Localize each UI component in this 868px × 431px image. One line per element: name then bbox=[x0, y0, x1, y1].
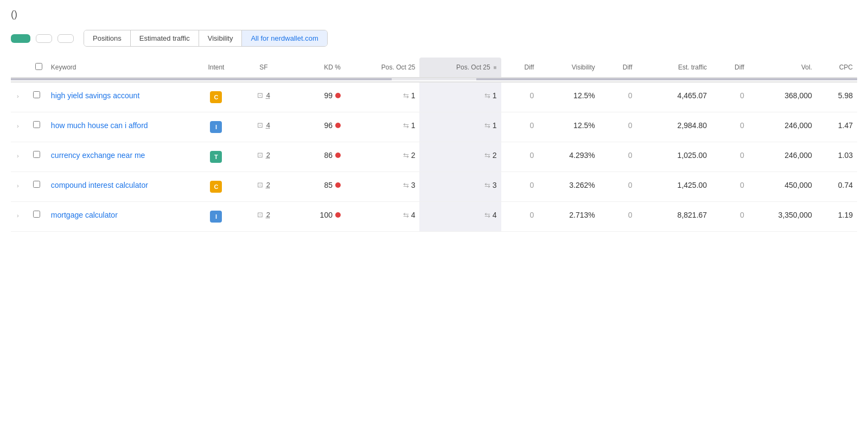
kd-cell: 100 bbox=[291, 202, 345, 232]
kd-cell: 96 bbox=[291, 112, 345, 142]
kd-difficulty-dot bbox=[335, 93, 341, 98]
tab-visibility[interactable]: Visibility bbox=[199, 30, 242, 46]
diff-pos-cell: 0 bbox=[501, 82, 539, 112]
pos1-value: 3 bbox=[411, 181, 416, 189]
visibility-cell: 12.5% bbox=[538, 112, 599, 142]
est-traffic-cell: 8,821.67 bbox=[637, 202, 712, 232]
pos2-cell: ⇆ 2 bbox=[419, 142, 501, 172]
sf-cell: ⊡ 4 bbox=[237, 82, 291, 112]
pos2-value: 2 bbox=[493, 151, 497, 160]
keyword-link[interactable]: compound interest calculator bbox=[51, 181, 148, 189]
sf-camera-icon: ⊡ bbox=[257, 91, 263, 99]
sf-number: 2 bbox=[266, 211, 270, 219]
row-checkbox-cell bbox=[27, 202, 47, 232]
row-expand[interactable]: › bbox=[11, 82, 27, 112]
pos1-cell: ⇆ 1 bbox=[345, 112, 420, 142]
pos1-cell: ⇆ 1 bbox=[345, 82, 420, 112]
sf-cell: ⊡ 2 bbox=[237, 142, 291, 172]
diff-traffic-cell: 0 bbox=[711, 172, 749, 202]
sf-cell: ⊡ 4 bbox=[237, 112, 291, 142]
pos2-value: 3 bbox=[493, 181, 497, 189]
table-header-row: Keyword Intent SF KD % Pos. Oct 25 Pos. … bbox=[11, 58, 857, 78]
keyword-link[interactable]: how much house can i afford bbox=[51, 121, 148, 130]
diff-traffic-cell: 0 bbox=[711, 112, 749, 142]
pos1-link-icon: ⇆ bbox=[403, 92, 409, 100]
row-expand[interactable]: › bbox=[11, 202, 27, 232]
pos1-value: 1 bbox=[411, 121, 416, 130]
intent-badge: I bbox=[210, 211, 222, 223]
row-checkbox-cell bbox=[27, 82, 47, 112]
pos1-cell: ⇆ 3 bbox=[345, 172, 420, 202]
diff-vis-cell: 0 bbox=[599, 202, 637, 232]
pos2-value: 1 bbox=[493, 91, 497, 100]
tab-all[interactable]: All for nerdwallet.com bbox=[242, 30, 327, 46]
keyword-cell: how much house can i afford bbox=[47, 112, 196, 142]
sf-cell: ⊡ 2 bbox=[237, 172, 291, 202]
sort-icon[interactable]: ≡ bbox=[494, 65, 497, 71]
tab-estimated-traffic[interactable]: Estimated traffic bbox=[131, 30, 199, 46]
pos2-cell: ⇆ 1 bbox=[419, 82, 501, 112]
pos1-value: 2 bbox=[411, 151, 416, 160]
intent-badge: C bbox=[210, 91, 222, 103]
sf-camera-icon: ⊡ bbox=[257, 121, 263, 129]
pos2-link-icon: ⇆ bbox=[484, 92, 490, 100]
pos1-cell: ⇆ 4 bbox=[345, 202, 420, 232]
diff-pos-cell: 0 bbox=[501, 172, 539, 202]
intent-cell: C bbox=[196, 82, 237, 112]
vol-cell: 246,000 bbox=[749, 112, 816, 142]
keyword-link[interactable]: mortgage calculator bbox=[51, 211, 118, 219]
pos1-cell: ⇆ 2 bbox=[345, 142, 420, 172]
pos1-link-icon: ⇆ bbox=[403, 211, 409, 219]
keyword-link[interactable]: currency exchange near me bbox=[51, 151, 145, 160]
add-keywords-button[interactable] bbox=[36, 34, 52, 43]
page-title: () bbox=[11, 9, 17, 20]
diff-vis-cell: 0 bbox=[599, 172, 637, 202]
row-checkbox[interactable] bbox=[33, 91, 40, 98]
est-traffic-cell: 1,025.00 bbox=[637, 142, 712, 172]
row-checkbox[interactable] bbox=[33, 211, 40, 218]
intent-badge: I bbox=[210, 121, 222, 133]
pos2-link-icon: ⇆ bbox=[484, 181, 490, 189]
row-expand[interactable]: › bbox=[11, 112, 27, 142]
col-header-visibility: Visibility bbox=[538, 58, 599, 78]
scroll-row bbox=[11, 78, 857, 82]
row-checkbox[interactable] bbox=[33, 181, 40, 188]
col-header-diff-traffic: Diff bbox=[711, 58, 749, 78]
pos1-link-icon: ⇆ bbox=[403, 122, 409, 130]
kd-value: 100 bbox=[320, 211, 333, 219]
expand-header bbox=[11, 58, 27, 78]
cpc-cell: 1.03 bbox=[816, 142, 857, 172]
sf-cell: ⊡ 2 bbox=[237, 202, 291, 232]
intent-cell: C bbox=[196, 172, 237, 202]
tab-positions[interactable]: Positions bbox=[84, 30, 131, 46]
rankings-table: Keyword Intent SF KD % Pos. Oct 25 Pos. … bbox=[11, 58, 857, 232]
col-header-est-traffic: Est. traffic bbox=[637, 58, 712, 78]
buy-keywords-button[interactable] bbox=[11, 34, 30, 43]
row-checkbox-cell bbox=[27, 142, 47, 172]
keyword-link[interactable]: high yield savings account bbox=[51, 91, 139, 100]
kd-cell: 86 bbox=[291, 142, 345, 172]
col-header-diff-pos: Diff bbox=[501, 58, 539, 78]
col-header-sf: SF bbox=[237, 58, 291, 78]
sf-camera-icon: ⊡ bbox=[257, 151, 263, 159]
pos1-value: 4 bbox=[411, 211, 416, 219]
row-expand[interactable]: › bbox=[11, 172, 27, 202]
pos2-cell: ⇆ 3 bbox=[419, 172, 501, 202]
visibility-cell: 12.5% bbox=[538, 82, 599, 112]
actions-button[interactable] bbox=[58, 34, 74, 43]
kd-value: 85 bbox=[324, 181, 333, 189]
row-expand[interactable]: › bbox=[11, 142, 27, 172]
toolbar: Positions Estimated traffic Visibility A… bbox=[11, 30, 857, 47]
kd-difficulty-dot bbox=[335, 123, 341, 128]
select-all-checkbox[interactable] bbox=[35, 63, 42, 70]
visibility-cell: 4.293% bbox=[538, 142, 599, 172]
row-checkbox-cell bbox=[27, 112, 47, 142]
row-checkbox[interactable] bbox=[33, 121, 40, 128]
sf-number: 2 bbox=[266, 181, 270, 189]
col-header-pos2[interactable]: Pos. Oct 25 ≡ bbox=[419, 58, 501, 78]
vol-cell: 368,000 bbox=[749, 82, 816, 112]
cpc-cell: 0.74 bbox=[816, 172, 857, 202]
pos1-link-icon: ⇆ bbox=[403, 151, 409, 160]
col-header-intent: Intent bbox=[196, 58, 237, 78]
row-checkbox[interactable] bbox=[33, 151, 40, 158]
